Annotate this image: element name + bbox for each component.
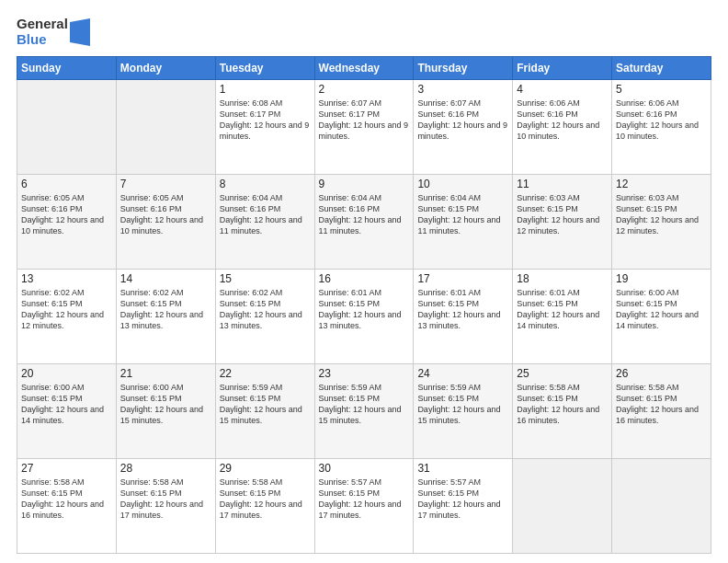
day-number: 28 xyxy=(120,462,211,475)
day-info: Sunrise: 6:04 AM Sunset: 6:15 PM Dayligh… xyxy=(417,192,508,237)
day-number: 21 xyxy=(120,367,211,380)
calendar-header-friday: Friday xyxy=(513,57,612,80)
calendar-cell: 7Sunrise: 6:05 AM Sunset: 6:16 PM Daylig… xyxy=(116,175,215,270)
calendar-cell: 8Sunrise: 6:04 AM Sunset: 6:16 PM Daylig… xyxy=(215,175,314,270)
calendar-cell: 27Sunrise: 5:58 AM Sunset: 6:15 PM Dayli… xyxy=(17,459,117,554)
day-number: 7 xyxy=(120,178,211,190)
header: General Blue xyxy=(17,17,711,47)
day-info: Sunrise: 6:07 AM Sunset: 6:16 PM Dayligh… xyxy=(417,98,508,143)
day-info: Sunrise: 6:02 AM Sunset: 6:15 PM Dayligh… xyxy=(220,287,311,332)
day-info: Sunrise: 5:57 AM Sunset: 6:15 PM Dayligh… xyxy=(319,477,410,522)
day-info: Sunrise: 6:00 AM Sunset: 6:15 PM Dayligh… xyxy=(120,382,211,427)
calendar-cell: 21Sunrise: 6:00 AM Sunset: 6:15 PM Dayli… xyxy=(116,364,215,459)
calendar-week-row: 13Sunrise: 6:02 AM Sunset: 6:15 PM Dayli… xyxy=(17,270,711,364)
day-info: Sunrise: 5:59 AM Sunset: 6:15 PM Dayligh… xyxy=(220,382,311,427)
calendar-cell: 19Sunrise: 6:00 AM Sunset: 6:15 PM Dayli… xyxy=(612,270,711,364)
calendar-cell: 10Sunrise: 6:04 AM Sunset: 6:15 PM Dayli… xyxy=(414,175,513,270)
calendar-cell: 30Sunrise: 5:57 AM Sunset: 6:15 PM Dayli… xyxy=(314,459,414,554)
calendar-cell: 18Sunrise: 6:01 AM Sunset: 6:15 PM Dayli… xyxy=(513,270,612,364)
day-info: Sunrise: 6:01 AM Sunset: 6:15 PM Dayligh… xyxy=(417,287,508,332)
calendar-week-row: 20Sunrise: 6:00 AM Sunset: 6:15 PM Dayli… xyxy=(17,364,711,459)
day-number: 23 xyxy=(319,367,410,380)
day-info: Sunrise: 6:04 AM Sunset: 6:16 PM Dayligh… xyxy=(319,192,410,237)
calendar-header-tuesday: Tuesday xyxy=(215,57,314,80)
day-info: Sunrise: 6:02 AM Sunset: 6:15 PM Dayligh… xyxy=(120,287,211,332)
calendar-cell: 4Sunrise: 6:06 AM Sunset: 6:16 PM Daylig… xyxy=(513,80,612,175)
calendar-cell xyxy=(513,459,612,554)
calendar-cell: 14Sunrise: 6:02 AM Sunset: 6:15 PM Dayli… xyxy=(116,270,215,364)
logo-container: General Blue xyxy=(17,17,90,47)
day-number: 29 xyxy=(220,462,311,475)
calendar-cell: 5Sunrise: 6:06 AM Sunset: 6:16 PM Daylig… xyxy=(612,80,711,175)
calendar-cell: 11Sunrise: 6:03 AM Sunset: 6:15 PM Dayli… xyxy=(513,175,612,270)
day-number: 3 xyxy=(417,83,508,96)
calendar-cell: 15Sunrise: 6:02 AM Sunset: 6:15 PM Dayli… xyxy=(215,270,314,364)
calendar-cell xyxy=(612,459,711,554)
calendar-week-row: 1Sunrise: 6:08 AM Sunset: 6:17 PM Daylig… xyxy=(17,80,711,175)
day-number: 24 xyxy=(417,367,508,380)
day-number: 16 xyxy=(319,272,410,285)
calendar-cell: 29Sunrise: 5:58 AM Sunset: 6:15 PM Dayli… xyxy=(215,459,314,554)
day-info: Sunrise: 6:00 AM Sunset: 6:15 PM Dayligh… xyxy=(616,287,707,332)
day-info: Sunrise: 6:00 AM Sunset: 6:15 PM Dayligh… xyxy=(21,382,112,427)
day-number: 4 xyxy=(517,83,608,96)
day-number: 30 xyxy=(319,462,410,475)
day-info: Sunrise: 6:05 AM Sunset: 6:16 PM Dayligh… xyxy=(21,192,112,237)
day-number: 8 xyxy=(220,178,311,190)
day-number: 31 xyxy=(417,462,508,475)
svg-marker-0 xyxy=(70,18,90,46)
day-number: 19 xyxy=(616,272,707,285)
calendar-cell: 16Sunrise: 6:01 AM Sunset: 6:15 PM Dayli… xyxy=(314,270,414,364)
calendar-week-row: 6Sunrise: 6:05 AM Sunset: 6:16 PM Daylig… xyxy=(17,175,711,270)
day-info: Sunrise: 6:01 AM Sunset: 6:15 PM Dayligh… xyxy=(319,287,410,332)
calendar-header-row: SundayMondayTuesdayWednesdayThursdayFrid… xyxy=(17,57,711,80)
logo: General Blue xyxy=(17,17,90,47)
calendar-week-row: 27Sunrise: 5:58 AM Sunset: 6:15 PM Dayli… xyxy=(17,459,711,554)
calendar-cell: 26Sunrise: 5:58 AM Sunset: 6:15 PM Dayli… xyxy=(612,364,711,459)
day-number: 18 xyxy=(517,272,608,285)
calendar-cell: 31Sunrise: 5:57 AM Sunset: 6:15 PM Dayli… xyxy=(414,459,513,554)
day-info: Sunrise: 5:59 AM Sunset: 6:15 PM Dayligh… xyxy=(319,382,410,427)
calendar-cell: 6Sunrise: 6:05 AM Sunset: 6:16 PM Daylig… xyxy=(17,175,117,270)
day-number: 27 xyxy=(21,462,112,475)
day-number: 12 xyxy=(616,178,707,190)
day-number: 22 xyxy=(220,367,311,380)
day-number: 13 xyxy=(21,272,112,285)
day-info: Sunrise: 6:02 AM Sunset: 6:15 PM Dayligh… xyxy=(21,287,112,332)
day-info: Sunrise: 6:03 AM Sunset: 6:15 PM Dayligh… xyxy=(517,192,608,237)
calendar-cell: 2Sunrise: 6:07 AM Sunset: 6:17 PM Daylig… xyxy=(314,80,414,175)
day-info: Sunrise: 6:07 AM Sunset: 6:17 PM Dayligh… xyxy=(319,98,410,143)
logo-triangle-icon xyxy=(70,18,90,46)
day-info: Sunrise: 5:58 AM Sunset: 6:15 PM Dayligh… xyxy=(616,382,707,427)
day-number: 25 xyxy=(517,367,608,380)
page: General Blue SundayMondayTuesdayWednesda… xyxy=(0,0,728,563)
calendar-cell: 25Sunrise: 5:58 AM Sunset: 6:15 PM Dayli… xyxy=(513,364,612,459)
day-number: 2 xyxy=(319,83,410,96)
day-info: Sunrise: 6:08 AM Sunset: 6:17 PM Dayligh… xyxy=(220,98,311,143)
day-info: Sunrise: 6:04 AM Sunset: 6:16 PM Dayligh… xyxy=(220,192,311,237)
calendar-cell xyxy=(116,80,215,175)
calendar-header-sunday: Sunday xyxy=(17,57,117,80)
calendar-table: SundayMondayTuesdayWednesdayThursdayFrid… xyxy=(17,56,711,554)
day-info: Sunrise: 5:58 AM Sunset: 6:15 PM Dayligh… xyxy=(21,477,112,522)
calendar-cell: 1Sunrise: 6:08 AM Sunset: 6:17 PM Daylig… xyxy=(215,80,314,175)
calendar-cell xyxy=(17,80,117,175)
day-number: 17 xyxy=(417,272,508,285)
calendar-cell: 13Sunrise: 6:02 AM Sunset: 6:15 PM Dayli… xyxy=(17,270,117,364)
day-info: Sunrise: 6:06 AM Sunset: 6:16 PM Dayligh… xyxy=(616,98,707,143)
day-info: Sunrise: 6:06 AM Sunset: 6:16 PM Dayligh… xyxy=(517,98,608,143)
day-number: 11 xyxy=(517,178,608,190)
day-info: Sunrise: 5:58 AM Sunset: 6:15 PM Dayligh… xyxy=(220,477,311,522)
day-number: 14 xyxy=(120,272,211,285)
day-number: 20 xyxy=(21,367,112,380)
day-info: Sunrise: 5:58 AM Sunset: 6:15 PM Dayligh… xyxy=(517,382,608,427)
calendar-cell: 17Sunrise: 6:01 AM Sunset: 6:15 PM Dayli… xyxy=(414,270,513,364)
day-info: Sunrise: 5:58 AM Sunset: 6:15 PM Dayligh… xyxy=(120,477,211,522)
calendar-cell: 20Sunrise: 6:00 AM Sunset: 6:15 PM Dayli… xyxy=(17,364,117,459)
calendar-header-thursday: Thursday xyxy=(414,57,513,80)
calendar-cell: 3Sunrise: 6:07 AM Sunset: 6:16 PM Daylig… xyxy=(414,80,513,175)
day-number: 15 xyxy=(220,272,311,285)
calendar-cell: 24Sunrise: 5:59 AM Sunset: 6:15 PM Dayli… xyxy=(414,364,513,459)
day-number: 9 xyxy=(319,178,410,190)
day-info: Sunrise: 5:57 AM Sunset: 6:15 PM Dayligh… xyxy=(417,477,508,522)
